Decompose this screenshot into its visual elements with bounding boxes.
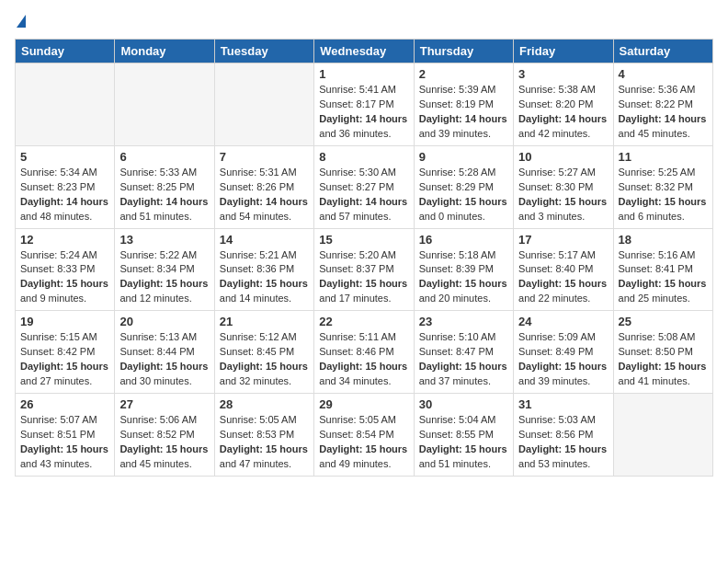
- day-info: Sunrise: 5:31 AMSunset: 8:26 PMDaylight:…: [220, 166, 309, 224]
- day-number: 25: [619, 315, 708, 328]
- day-cell: 26Sunrise: 5:07 AMSunset: 8:51 PMDayligh…: [16, 394, 115, 477]
- calendar-table: SundayMondayTuesdayWednesdayThursdayFrid…: [15, 39, 713, 477]
- day-cell: 13Sunrise: 5:22 AMSunset: 8:34 PMDayligh…: [115, 228, 214, 311]
- day-info: Sunrise: 5:04 AMSunset: 8:55 PMDaylight:…: [419, 413, 508, 472]
- day-cell: [613, 394, 712, 477]
- day-number: 14: [220, 233, 309, 247]
- day-number: 20: [119, 315, 209, 328]
- day-cell: 16Sunrise: 5:18 AMSunset: 8:39 PMDayligh…: [414, 228, 513, 311]
- day-number: 27: [119, 397, 209, 411]
- day-cell: 2Sunrise: 5:39 AMSunset: 8:19 PMDaylight…: [414, 63, 513, 146]
- day-cell: 9Sunrise: 5:28 AMSunset: 8:29 PMDaylight…: [414, 145, 513, 228]
- day-cell: 30Sunrise: 5:04 AMSunset: 8:55 PMDayligh…: [414, 394, 513, 477]
- day-cell: 14Sunrise: 5:21 AMSunset: 8:36 PMDayligh…: [214, 228, 313, 311]
- day-info: Sunrise: 5:18 AMSunset: 8:39 PMDaylight:…: [419, 248, 508, 307]
- day-cell: 29Sunrise: 5:05 AMSunset: 8:54 PMDayligh…: [314, 394, 414, 477]
- day-cell: 19Sunrise: 5:15 AMSunset: 8:42 PMDayligh…: [16, 311, 115, 394]
- calendar-body: 1Sunrise: 5:41 AMSunset: 8:17 PMDaylight…: [16, 63, 713, 477]
- week-row-3: 12Sunrise: 5:24 AMSunset: 8:33 PMDayligh…: [16, 228, 713, 311]
- week-row-2: 5Sunrise: 5:34 AMSunset: 8:23 PMDaylight…: [16, 145, 713, 228]
- day-number: 3: [518, 67, 608, 81]
- day-info: Sunrise: 5:12 AMSunset: 8:45 PMDaylight:…: [220, 330, 309, 389]
- logo-icon: [17, 15, 26, 28]
- day-info: Sunrise: 5:27 AMSunset: 8:30 PMDaylight:…: [518, 166, 608, 224]
- day-info: Sunrise: 5:15 AMSunset: 8:42 PMDaylight:…: [20, 330, 109, 389]
- day-info: Sunrise: 5:05 AMSunset: 8:53 PMDaylight:…: [220, 413, 309, 472]
- day-info: Sunrise: 5:39 AMSunset: 8:19 PMDaylight:…: [419, 83, 508, 142]
- calendar-header-monday: Monday: [115, 40, 214, 63]
- day-info: Sunrise: 5:21 AMSunset: 8:36 PMDaylight:…: [220, 248, 309, 307]
- day-number: 12: [20, 233, 109, 247]
- day-cell: 25Sunrise: 5:08 AMSunset: 8:50 PMDayligh…: [613, 311, 712, 394]
- day-number: 9: [419, 150, 508, 164]
- day-number: 5: [20, 150, 109, 164]
- day-info: Sunrise: 5:24 AMSunset: 8:33 PMDaylight:…: [20, 248, 109, 307]
- day-cell: 12Sunrise: 5:24 AMSunset: 8:33 PMDayligh…: [16, 228, 115, 311]
- day-number: 21: [220, 315, 309, 328]
- day-info: Sunrise: 5:20 AMSunset: 8:37 PMDaylight:…: [319, 248, 408, 307]
- day-number: 16: [419, 233, 508, 247]
- day-cell: [16, 63, 115, 146]
- day-number: 18: [619, 233, 708, 247]
- day-number: 22: [319, 315, 408, 328]
- day-number: 17: [518, 233, 608, 247]
- day-info: Sunrise: 5:16 AMSunset: 8:41 PMDaylight:…: [619, 248, 708, 307]
- day-number: 7: [220, 150, 309, 164]
- day-cell: 15Sunrise: 5:20 AMSunset: 8:37 PMDayligh…: [314, 228, 414, 311]
- day-number: 19: [20, 315, 109, 328]
- day-number: 30: [419, 397, 508, 411]
- day-number: 6: [119, 150, 209, 164]
- day-cell: 28Sunrise: 5:05 AMSunset: 8:53 PMDayligh…: [214, 394, 313, 477]
- day-number: 11: [619, 150, 708, 164]
- day-cell: 5Sunrise: 5:34 AMSunset: 8:23 PMDaylight…: [16, 145, 115, 228]
- day-info: Sunrise: 5:10 AMSunset: 8:47 PMDaylight:…: [419, 330, 508, 389]
- calendar-header-row: SundayMondayTuesdayWednesdayThursdayFrid…: [16, 40, 713, 63]
- day-number: 13: [119, 233, 209, 247]
- day-cell: [214, 63, 313, 146]
- day-cell: 1Sunrise: 5:41 AMSunset: 8:17 PMDaylight…: [314, 63, 414, 146]
- day-info: Sunrise: 5:34 AMSunset: 8:23 PMDaylight:…: [20, 166, 109, 224]
- day-info: Sunrise: 5:41 AMSunset: 8:17 PMDaylight:…: [319, 83, 408, 142]
- day-info: Sunrise: 5:11 AMSunset: 8:46 PMDaylight:…: [319, 330, 408, 389]
- day-cell: 24Sunrise: 5:09 AMSunset: 8:49 PMDayligh…: [514, 311, 613, 394]
- day-info: Sunrise: 5:07 AMSunset: 8:51 PMDaylight:…: [20, 413, 109, 472]
- day-cell: 4Sunrise: 5:36 AMSunset: 8:22 PMDaylight…: [613, 63, 712, 146]
- day-cell: 11Sunrise: 5:25 AMSunset: 8:32 PMDayligh…: [613, 145, 712, 228]
- day-number: 28: [220, 397, 309, 411]
- day-info: Sunrise: 5:36 AMSunset: 8:22 PMDaylight:…: [619, 83, 708, 142]
- calendar-header-saturday: Saturday: [613, 40, 712, 63]
- day-number: 4: [619, 67, 708, 81]
- day-number: 31: [518, 397, 608, 411]
- day-info: Sunrise: 5:06 AMSunset: 8:52 PMDaylight:…: [119, 413, 209, 472]
- day-info: Sunrise: 5:17 AMSunset: 8:40 PMDaylight:…: [518, 248, 608, 307]
- calendar-header-tuesday: Tuesday: [214, 40, 313, 63]
- day-number: 2: [419, 67, 508, 81]
- calendar-header-sunday: Sunday: [16, 40, 115, 63]
- day-number: 8: [319, 150, 408, 164]
- day-cell: [115, 63, 214, 146]
- day-number: 1: [319, 67, 408, 81]
- calendar-header-friday: Friday: [514, 40, 613, 63]
- day-number: 26: [20, 397, 109, 411]
- day-info: Sunrise: 5:22 AMSunset: 8:34 PMDaylight:…: [119, 248, 209, 307]
- day-cell: 8Sunrise: 5:30 AMSunset: 8:27 PMDaylight…: [314, 145, 414, 228]
- day-info: Sunrise: 5:08 AMSunset: 8:50 PMDaylight:…: [619, 330, 708, 389]
- day-number: 10: [518, 150, 608, 164]
- day-cell: 27Sunrise: 5:06 AMSunset: 8:52 PMDayligh…: [115, 394, 214, 477]
- day-cell: 7Sunrise: 5:31 AMSunset: 8:26 PMDaylight…: [214, 145, 313, 228]
- calendar-header-wednesday: Wednesday: [314, 40, 414, 63]
- day-cell: 23Sunrise: 5:10 AMSunset: 8:47 PMDayligh…: [414, 311, 513, 394]
- page-header: [15, 15, 713, 28]
- day-number: 29: [319, 397, 408, 411]
- day-info: Sunrise: 5:03 AMSunset: 8:56 PMDaylight:…: [518, 413, 608, 472]
- week-row-4: 19Sunrise: 5:15 AMSunset: 8:42 PMDayligh…: [16, 311, 713, 394]
- day-cell: 31Sunrise: 5:03 AMSunset: 8:56 PMDayligh…: [514, 394, 613, 477]
- calendar-header-thursday: Thursday: [414, 40, 513, 63]
- day-cell: 18Sunrise: 5:16 AMSunset: 8:41 PMDayligh…: [613, 228, 712, 311]
- day-cell: 21Sunrise: 5:12 AMSunset: 8:45 PMDayligh…: [214, 311, 313, 394]
- week-row-1: 1Sunrise: 5:41 AMSunset: 8:17 PMDaylight…: [16, 63, 713, 146]
- day-cell: 3Sunrise: 5:38 AMSunset: 8:20 PMDaylight…: [514, 63, 613, 146]
- day-info: Sunrise: 5:28 AMSunset: 8:29 PMDaylight:…: [419, 166, 508, 224]
- day-info: Sunrise: 5:13 AMSunset: 8:44 PMDaylight:…: [119, 330, 209, 389]
- day-info: Sunrise: 5:25 AMSunset: 8:32 PMDaylight:…: [619, 166, 708, 224]
